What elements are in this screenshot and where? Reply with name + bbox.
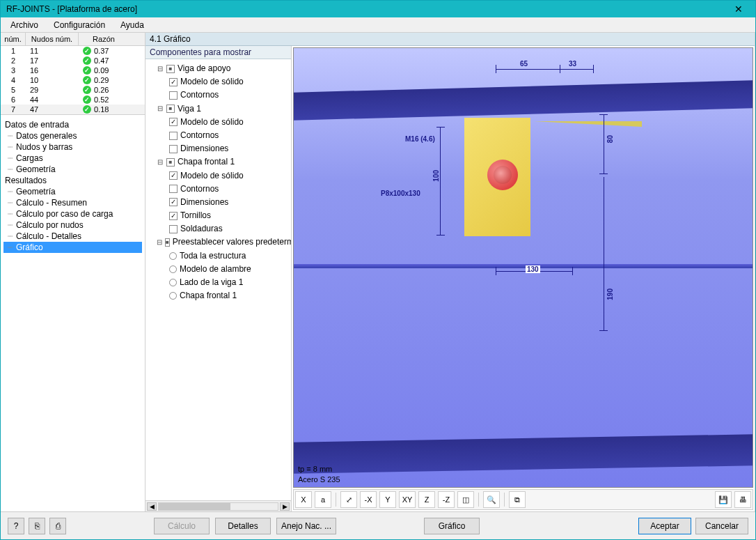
tree-item[interactable]: Modelo de sólido [147, 75, 290, 88]
tree-radio[interactable]: Modelo de alambre [147, 263, 290, 276]
checkbox[interactable] [169, 78, 178, 86]
checkbox[interactable] [169, 212, 178, 220]
radio[interactable] [169, 252, 177, 260]
nav-cargas[interactable]: Cargas [3, 153, 142, 164]
ok-button[interactable]: Aceptar [638, 518, 691, 534]
table-row[interactable]: 1110.37 [1, 46, 145, 56]
radio[interactable] [169, 279, 177, 286]
tree-viga1[interactable]: ⊟Viga 1 [147, 102, 290, 116]
details-button[interactable]: Detalles [215, 518, 271, 534]
tb-view-xz[interactable]: -X [360, 491, 377, 508]
checkbox-mixed[interactable] [166, 105, 175, 113]
table-row[interactable]: 2170.47 [1, 56, 145, 65]
checkbox[interactable] [169, 185, 178, 193]
collapse-icon[interactable]: ⊟ [157, 157, 164, 168]
menu-help[interactable]: Ayuda [113, 19, 151, 31]
scroll-thumb[interactable] [159, 503, 230, 510]
checkbox[interactable] [169, 132, 178, 140]
checkbox[interactable] [169, 91, 178, 100]
window-title: RF-JOINTS - [Plataforma de acero] [3, 4, 725, 14]
tb-axes-x[interactable]: X [295, 491, 312, 508]
tb-zoom-all[interactable]: ⤢ [340, 491, 357, 508]
table-row[interactable]: 3160.09 [1, 65, 145, 75]
nav-geometria[interactable]: Geometría [3, 164, 142, 175]
close-button[interactable]: ✕ [725, 1, 753, 17]
tree-item[interactable]: Soldaduras [147, 222, 290, 236]
check-icon [83, 95, 91, 104]
viewport-toolbar: X a ⤢ -X Y XY Z -Z ◫ 🔍 ⧉ [293, 489, 753, 510]
tree-radio[interactable]: Chapa frontal 1 [147, 289, 290, 302]
tb-view-y[interactable]: Y [379, 491, 396, 508]
tree-preset[interactable]: ⊟Preestablecer valores predetermina [147, 236, 290, 249]
tree-item[interactable]: Dimensiones [147, 196, 290, 209]
table-row[interactable]: 6440.52 [1, 95, 145, 105]
export-button-1[interactable]: ⎘ [29, 518, 45, 534]
tree-item[interactable]: Modelo de sólido [147, 116, 290, 129]
nav-res-caso-carga[interactable]: Cálculo por caso de carga [3, 208, 142, 219]
nav-res-nudos[interactable]: Cálculo por nudos [3, 219, 142, 231]
nav-res-detalles[interactable]: Cálculo - Detalles [3, 231, 142, 242]
right-body: Componentes para mostrar ⊟Viga de apoyo … [145, 46, 755, 511]
bolt-inner [494, 166, 512, 184]
checkbox-mixed[interactable] [165, 238, 170, 247]
checkbox-mixed[interactable] [166, 65, 175, 73]
tb-iso[interactable]: ◫ [457, 491, 474, 508]
radio[interactable] [169, 265, 177, 273]
tb-view-xy[interactable]: XY [399, 491, 416, 508]
table-row[interactable]: 7470.18 [1, 105, 145, 114]
beam-bottom [294, 434, 753, 474]
checkbox[interactable] [169, 118, 178, 126]
cancel-button[interactable]: Cancelar [695, 518, 748, 534]
calc-button[interactable]: Cálculo [154, 518, 210, 534]
tree-chapa[interactable]: ⊟Chapa frontal 1 [147, 155, 290, 169]
checkbox[interactable] [169, 145, 178, 153]
3d-viewport[interactable]: 65 33 80 190 [293, 47, 753, 488]
tb-save-icon[interactable]: 💾 [715, 491, 732, 508]
h-scrollbar[interactable]: ◀ ▶ [145, 500, 291, 511]
menu-file[interactable]: Archivo [3, 19, 45, 31]
nav-datos-generales[interactable]: Datos generales [3, 130, 142, 141]
tb-view-nz[interactable]: -Z [438, 491, 455, 508]
menu-config[interactable]: Configuración [47, 19, 112, 31]
tb-print-icon[interactable]: 🖶 [734, 491, 751, 508]
tree-viga-apoyo[interactable]: ⊟Viga de apoyo [147, 62, 290, 75]
collapse-icon[interactable]: ⊟ [157, 63, 164, 75]
tree-item[interactable]: Modelo de sólido [147, 169, 290, 183]
col-node[interactable]: Nudos núm. [26, 33, 79, 45]
nav-res-grafico[interactable]: Gráfico [3, 242, 142, 253]
tb-axes-a[interactable]: a [315, 491, 331, 508]
tree-radio[interactable]: Lado de la viga 1 [147, 276, 290, 289]
nav-res-resumen[interactable]: Cálculo - Resumen [3, 197, 142, 208]
tree-item[interactable]: Contornos [147, 88, 290, 102]
checkbox-mixed[interactable] [166, 158, 175, 167]
annex-button[interactable]: Anejo Nac. ... [276, 518, 336, 534]
tb-view-z[interactable]: Z [418, 491, 435, 508]
nav-res-geometria[interactable]: Geometría [3, 186, 142, 197]
grafico-button[interactable]: Gráfico [424, 518, 480, 534]
tree-item[interactable]: Dimensiones [147, 142, 290, 155]
collapse-icon[interactable]: ⊟ [157, 103, 164, 114]
checkbox[interactable] [169, 171, 178, 180]
tb-layers[interactable]: ⧉ [509, 491, 526, 508]
col-ratio[interactable]: Razón [79, 33, 129, 45]
scroll-track[interactable] [158, 502, 278, 511]
tree-item[interactable]: Contornos [147, 183, 290, 196]
scroll-right-icon[interactable]: ▶ [280, 502, 290, 511]
col-num[interactable]: núm. [1, 33, 26, 45]
export-button-2[interactable]: ⎙ [49, 518, 66, 534]
checkbox[interactable] [169, 198, 178, 206]
table-row[interactable]: 4100.29 [1, 75, 145, 85]
tree-item[interactable]: Contornos [147, 129, 290, 142]
radio[interactable] [169, 292, 177, 300]
dim-line [496, 69, 560, 70]
table-row[interactable]: 5290.26 [1, 85, 145, 95]
help-button[interactable]: ? [8, 518, 24, 534]
checkbox[interactable] [169, 225, 178, 233]
scroll-left-icon[interactable]: ◀ [147, 502, 157, 511]
tree-item[interactable]: Tornillos [147, 209, 290, 222]
collapse-icon[interactable]: ⊟ [157, 237, 162, 248]
nav-nudos-barras[interactable]: Nudos y barras [3, 141, 142, 153]
main-area: núm. Nudos núm. Razón 1110.37 2170.47 31… [1, 33, 755, 511]
tb-mag[interactable]: 🔍 [483, 491, 500, 508]
tree-radio[interactable]: Toda la estructura [147, 249, 290, 263]
